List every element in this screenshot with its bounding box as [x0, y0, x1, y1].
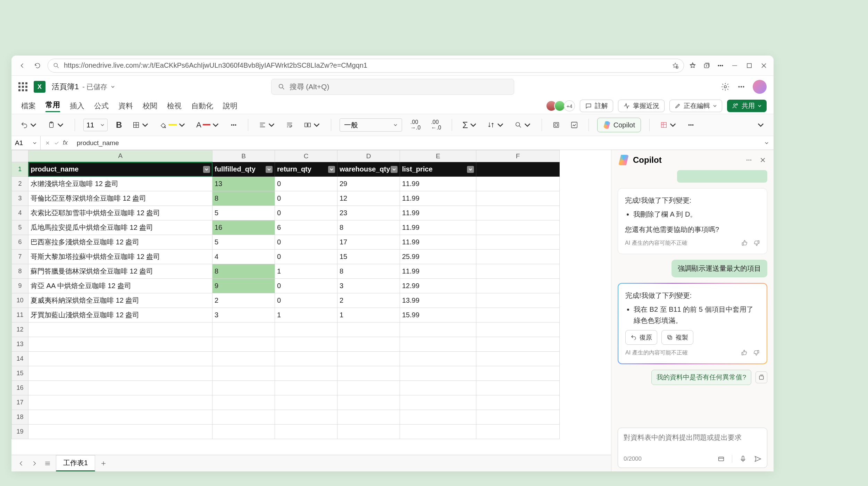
cell[interactable]	[476, 220, 560, 235]
bold-button[interactable]: B	[114, 118, 124, 132]
cell[interactable]	[275, 337, 337, 352]
cell[interactable]	[275, 381, 337, 395]
tab-自動化[interactable]: 自動化	[191, 101, 213, 111]
cell[interactable]: 9	[212, 279, 275, 293]
tab-檔案[interactable]: 檔案	[21, 101, 36, 111]
cell[interactable]: 3	[212, 308, 275, 322]
column-header[interactable]: E	[400, 150, 476, 162]
autosum-button[interactable]: Σ	[460, 118, 479, 132]
cell[interactable]	[476, 279, 560, 293]
row-header[interactable]: 14	[12, 352, 28, 366]
number-format-select[interactable]: 一般	[340, 118, 402, 132]
cell[interactable]: 0	[275, 250, 337, 264]
cell[interactable]: 15.99	[400, 308, 476, 322]
cell[interactable]	[476, 177, 560, 191]
cell[interactable]: 肯亞 AA 中烘焙全豆咖啡 12 盎司	[28, 279, 212, 293]
cell[interactable]	[275, 352, 337, 366]
undo-button[interactable]	[18, 118, 39, 132]
settings-icon[interactable]	[721, 82, 730, 91]
column-header[interactable]: C	[275, 150, 337, 162]
row-header[interactable]: 8	[12, 264, 28, 279]
cell[interactable]	[400, 425, 476, 439]
user-avatar[interactable]	[753, 80, 767, 94]
cell[interactable]	[476, 425, 560, 439]
more-icon[interactable]	[745, 156, 753, 164]
cell[interactable]	[476, 308, 560, 322]
cell[interactable]: 13	[212, 177, 275, 191]
cell[interactable]: 1	[275, 308, 337, 322]
row-header[interactable]: 19	[12, 425, 28, 439]
formula-input[interactable]: product_name	[72, 139, 760, 147]
cell[interactable]: 11.99	[400, 220, 476, 235]
all-sheets-button[interactable]	[43, 459, 52, 468]
add-sheet-button[interactable]	[99, 459, 108, 468]
cell[interactable]	[28, 352, 212, 366]
name-box[interactable]: A1	[11, 136, 41, 150]
cell[interactable]: 5	[212, 235, 275, 250]
increase-decimal-button[interactable]: .00→.0	[408, 118, 423, 132]
sheet-next-button[interactable]	[30, 459, 39, 468]
cell[interactable]	[275, 425, 337, 439]
row-header[interactable]: 5	[12, 220, 28, 235]
row-header[interactable]: 9	[12, 279, 28, 293]
cell[interactable]	[400, 352, 476, 366]
cell[interactable]	[476, 191, 560, 206]
cell[interactable]: 1	[337, 308, 400, 322]
cell[interactable]	[476, 395, 560, 410]
cell[interactable]: 11.99	[400, 206, 476, 220]
cell[interactable]	[337, 410, 400, 425]
header-cell[interactable]: warehouse_qty	[337, 162, 400, 177]
tab-常用[interactable]: 常用	[45, 100, 60, 112]
header-cell[interactable]	[476, 162, 560, 177]
header-cell[interactable]: product_name	[28, 162, 212, 177]
cell[interactable]: 哥倫比亞至尊深烘培全豆咖啡 12 盎司	[28, 191, 212, 206]
tab-說明[interactable]: 說明	[223, 101, 237, 111]
cell[interactable]: 15	[337, 250, 400, 264]
cell[interactable]: 11.99	[400, 235, 476, 250]
cell[interactable]	[28, 381, 212, 395]
column-header[interactable]: B	[212, 150, 275, 162]
cell[interactable]	[476, 352, 560, 366]
cell[interactable]: 29	[337, 177, 400, 191]
row-header[interactable]: 6	[12, 235, 28, 250]
font-size-select[interactable]: 11	[83, 119, 108, 131]
cell[interactable]: 13.99	[400, 293, 476, 308]
cell[interactable]	[212, 425, 275, 439]
row-header[interactable]: 13	[12, 337, 28, 352]
cell[interactable]	[275, 395, 337, 410]
cell[interactable]: 0	[275, 235, 337, 250]
cell[interactable]	[212, 395, 275, 410]
cell[interactable]: 2	[212, 293, 275, 308]
more-font-icon[interactable]	[228, 118, 240, 132]
cell[interactable]	[337, 352, 400, 366]
tab-插入[interactable]: 插入	[70, 101, 84, 111]
font-color-button[interactable]: A	[194, 118, 222, 132]
cell[interactable]: 牙買加藍山淺烘焙全豆咖啡 12 盎司	[28, 308, 212, 322]
close-icon[interactable]	[759, 156, 767, 164]
more-tools-icon[interactable]	[685, 118, 697, 132]
send-icon[interactable]	[754, 455, 761, 463]
suggestion-chip[interactable]: 我的資料中是否有任何異常值?	[651, 370, 751, 385]
cell[interactable]: 8	[337, 264, 400, 279]
analyze-data-button[interactable]	[568, 118, 580, 132]
confirm-icon[interactable]	[54, 140, 59, 146]
cell[interactable]	[28, 366, 212, 381]
cell[interactable]: 6	[275, 220, 337, 235]
header-cell[interactable]: list_price	[400, 162, 476, 177]
copilot-textarea[interactable]	[624, 433, 761, 450]
tab-公式[interactable]: 公式	[94, 101, 109, 111]
thumbs-down-icon[interactable]	[753, 349, 760, 356]
cell[interactable]	[337, 322, 400, 337]
cell[interactable]: 2	[337, 293, 400, 308]
filter-icon[interactable]	[467, 166, 474, 173]
row-header[interactable]: 7	[12, 250, 28, 264]
thumbs-down-icon[interactable]	[753, 240, 760, 246]
borders-button[interactable]	[130, 118, 151, 132]
cell[interactable]: 0	[275, 293, 337, 308]
cell[interactable]	[212, 337, 275, 352]
cell[interactable]: 11.99	[400, 191, 476, 206]
cell[interactable]: 8	[337, 220, 400, 235]
row-header[interactable]: 16	[12, 381, 28, 395]
thumbs-up-icon[interactable]	[741, 240, 748, 246]
copy-action-button[interactable]: 複製	[661, 330, 693, 345]
